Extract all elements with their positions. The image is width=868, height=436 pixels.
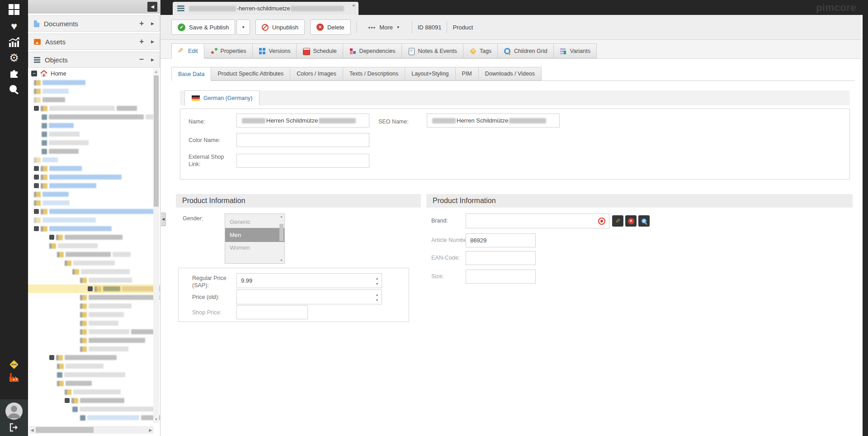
- hamburger-icon[interactable]: [177, 5, 184, 11]
- tree-row[interactable]: [28, 138, 160, 147]
- tree-row[interactable]: [28, 216, 160, 224]
- add-document-button[interactable]: +: [139, 19, 144, 28]
- tree-row[interactable]: [28, 130, 160, 138]
- tree-row[interactable]: [28, 78, 160, 87]
- favorites-heart-icon[interactable]: ♥: [0, 20, 28, 33]
- color-name-input[interactable]: [236, 133, 369, 147]
- scroll-down-icon[interactable]: ▼: [153, 417, 159, 423]
- tab-notes-events[interactable]: Notes & Events: [402, 43, 463, 58]
- subtab-downloads-videos[interactable]: Downloads / Videos: [479, 67, 542, 81]
- save-publish-button[interactable]: ✓ Save & Publish: [171, 19, 235, 35]
- maintenance-sign-icon[interactable]: [0, 359, 28, 370]
- tree-row[interactable]: [28, 207, 160, 216]
- tree-row[interactable]: [28, 224, 160, 233]
- tree-vertical-scrollbar[interactable]: ▲ ▼: [153, 69, 159, 423]
- tab-dependencies[interactable]: Dependencies: [343, 43, 402, 58]
- chevron-right-icon[interactable]: ▶: [151, 39, 154, 44]
- collapse-toggle-icon[interactable]: −: [31, 71, 37, 76]
- tree-row[interactable]: [28, 370, 160, 379]
- tree-row[interactable]: [28, 267, 160, 276]
- tree-row[interactable]: [28, 379, 160, 388]
- accordion-documents[interactable]: Documents + ▶: [28, 15, 160, 32]
- scroll-down-icon[interactable]: ▼: [278, 258, 284, 263]
- tree-row[interactable]: [28, 319, 160, 327]
- tree-row[interactable]: [28, 113, 160, 121]
- tree-row[interactable]: [28, 87, 160, 95]
- scrollbar-thumb[interactable]: [279, 224, 283, 241]
- scroll-up-icon[interactable]: ▲: [153, 69, 159, 75]
- brand-edit-button[interactable]: ✎: [612, 215, 623, 227]
- number-spinner[interactable]: ▲▼: [373, 274, 381, 288]
- tree-row[interactable]: [28, 405, 160, 413]
- scroll-right-icon[interactable]: ▶: [147, 428, 154, 432]
- tree-row[interactable]: [28, 95, 160, 104]
- tree-row[interactable]: [28, 121, 160, 130]
- tree-row[interactable]: [28, 199, 160, 207]
- tree-row[interactable]: [28, 147, 160, 156]
- tab-children-grid[interactable]: Children Grid: [498, 43, 554, 58]
- tree-row[interactable]: [28, 242, 160, 250]
- add-asset-button[interactable]: +: [139, 37, 144, 46]
- regular-price-input[interactable]: 9.99 ▲▼: [236, 273, 382, 288]
- subtab-base-data[interactable]: Base Data: [171, 67, 211, 81]
- tree-horizontal-scrollbar[interactable]: ◀ ▶: [29, 426, 154, 434]
- expand-toggle-icon[interactable]: [34, 175, 39, 180]
- expand-toggle-icon[interactable]: [34, 209, 39, 214]
- price-old-input[interactable]: ▲▼: [236, 289, 382, 304]
- expand-toggle-icon[interactable]: [49, 355, 54, 360]
- reports-chart-icon[interactable]: [0, 37, 28, 48]
- tree-row-selected[interactable]: [28, 284, 160, 293]
- gender-listbox[interactable]: GenericMenWomen ▲ ▼: [225, 213, 285, 264]
- name-input[interactable]: Herren Schildmütze: [236, 114, 369, 128]
- plugins-puzzle-icon[interactable]: [0, 68, 28, 78]
- settings-gear-icon[interactable]: ⚙: [0, 52, 28, 64]
- search-icon[interactable]: [0, 84, 28, 95]
- spin-down-icon[interactable]: ▼: [376, 282, 379, 285]
- expand-toggle-icon[interactable]: [88, 286, 93, 291]
- scroll-left-icon[interactable]: ◀: [29, 428, 35, 432]
- accordion-assets[interactable]: Assets + ▶: [28, 33, 160, 50]
- gender-option-men[interactable]: Men: [225, 228, 284, 242]
- expand-toggle-icon[interactable]: [34, 106, 39, 111]
- tree-row[interactable]: [28, 327, 160, 336]
- tree-row[interactable]: [28, 362, 160, 370]
- expand-toggle-icon[interactable]: [34, 166, 39, 171]
- listbox-scrollbar[interactable]: ▲ ▼: [278, 214, 284, 263]
- user-avatar[interactable]: [0, 402, 28, 420]
- tree-row[interactable]: [28, 156, 160, 164]
- tree-row[interactable]: [28, 302, 160, 310]
- number-spinner[interactable]: ▲▼: [373, 290, 381, 304]
- dashboard-grid-icon[interactable]: [0, 4, 28, 15]
- tree-node-home[interactable]: − Home: [28, 68, 160, 78]
- collapse-objects-button[interactable]: −: [139, 55, 144, 64]
- subtab-colors-images[interactable]: Colors / Images: [290, 67, 343, 81]
- subtab-layout-styling[interactable]: Layout+Styling: [405, 67, 455, 81]
- tree-row[interactable]: [28, 396, 160, 405]
- accordion-objects[interactable]: Objects − ▶: [28, 52, 160, 68]
- tree-row[interactable]: [28, 259, 160, 267]
- splitter-collapse-handle[interactable]: ◀: [161, 213, 166, 226]
- tree-row[interactable]: [28, 164, 160, 173]
- expand-toggle-icon[interactable]: [34, 183, 39, 188]
- tree-row[interactable]: [28, 293, 160, 302]
- tree-row[interactable]: [28, 104, 160, 113]
- size-input[interactable]: [466, 270, 536, 284]
- unpublish-button[interactable]: Unpublish: [255, 19, 305, 35]
- brand-search-button[interactable]: [638, 215, 650, 227]
- factory-icon[interactable]: [0, 372, 28, 383]
- tab-tags[interactable]: Tags: [463, 43, 498, 58]
- tree-row[interactable]: [28, 353, 160, 362]
- article-number-input[interactable]: 86929: [466, 233, 536, 247]
- shop-price-input[interactable]: [236, 305, 308, 319]
- expand-toggle-icon[interactable]: [34, 226, 39, 231]
- tab-schedule[interactable]: Schedule: [297, 43, 343, 58]
- close-tab-icon[interactable]: ×: [352, 3, 355, 8]
- tree-row[interactable]: [28, 276, 160, 284]
- tree-row[interactable]: [28, 345, 160, 353]
- spin-up-icon[interactable]: ▲: [376, 277, 379, 280]
- tab-properties[interactable]: Properties: [204, 43, 253, 58]
- more-button[interactable]: ••• More ▼: [362, 19, 406, 35]
- delete-button[interactable]: ✕ Delete: [310, 19, 351, 35]
- expand-toggle-icon[interactable]: [65, 398, 70, 403]
- tab-versions[interactable]: Versions: [253, 43, 297, 58]
